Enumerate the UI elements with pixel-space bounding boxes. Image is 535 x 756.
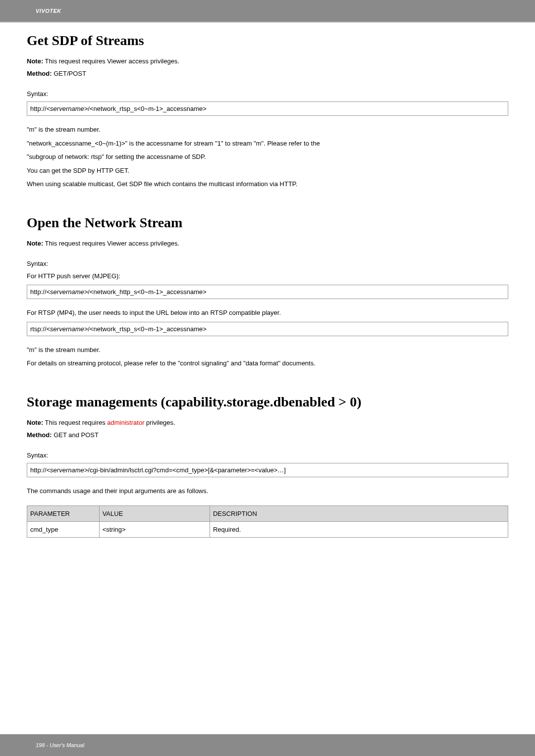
cell-value: <string> bbox=[99, 522, 210, 538]
body-text: You can get the SDP by HTTP GET. bbox=[27, 166, 508, 176]
footer-text: 198 - User's Manual bbox=[36, 742, 84, 748]
syntax-cell: rtsp://<servername>/<network_rtsp_s<0~m-… bbox=[27, 322, 508, 336]
syntax-server: <servername> bbox=[47, 288, 88, 296]
syntax-suffix: /<network_http_s<0~m-1>_accessname> bbox=[88, 288, 207, 296]
note-text-1: This request requires bbox=[43, 419, 107, 426]
syntax-suffix: /<network_rtsp_s<0~m-1>_accessname> bbox=[88, 325, 207, 333]
syntax-label-3: Syntax: bbox=[27, 452, 508, 459]
syntax-cell: http://<servername>/<network_http_s<0~m-… bbox=[27, 285, 508, 299]
rtsp-label: For RTSP (MP4), the user needs to input … bbox=[27, 308, 508, 318]
syntax-box-1: http://<servername>/<network_rtsp_s<0~m-… bbox=[27, 101, 508, 116]
syntax-suffix: /cgi-bin/admin/lsctrl.cgi?cmd=<cmd_type>… bbox=[88, 466, 286, 474]
syntax-suffix: /<network_rtsp_s<0~m-1>_accessname> bbox=[88, 105, 207, 112]
syntax-prefix: http:// bbox=[30, 105, 47, 112]
syntax-box-rtsp: rtsp://<servername>/<network_rtsp_s<0~m-… bbox=[27, 322, 508, 336]
syntax-server: <servername> bbox=[47, 325, 88, 333]
cell-param: cmd_type bbox=[27, 522, 100, 538]
cell-desc: Required. bbox=[210, 522, 508, 538]
syntax-prefix: http:// bbox=[30, 466, 47, 474]
http-label: For HTTP push server (MJPEG): bbox=[27, 271, 508, 281]
method-line-3: Method: GET and POST bbox=[27, 431, 508, 439]
body-text: "subgroup of network: rtsp" for setting … bbox=[27, 152, 508, 162]
syntax-box-3: http://<servername>/cgi-bin/admin/lsctrl… bbox=[27, 463, 508, 477]
note-label: Note: bbox=[27, 57, 43, 65]
note-label: Note: bbox=[27, 240, 43, 247]
syntax-prefix: rtsp:// bbox=[30, 325, 47, 333]
section-title-2: Open the Network Stream bbox=[27, 215, 508, 231]
method-label: Method: bbox=[27, 70, 52, 77]
footer-bar: 198 - User's Manual bbox=[0, 734, 535, 756]
header-parameter: PARAMETER bbox=[27, 506, 100, 522]
body-text: "m" is the stream number. bbox=[27, 125, 508, 135]
syntax-label-1: Syntax: bbox=[27, 90, 508, 98]
method-label: Method: bbox=[27, 431, 52, 439]
document-page: VIVOTEK Get SDP of Streams Note: This re… bbox=[0, 0, 535, 756]
header-bar: VIVOTEK bbox=[0, 0, 535, 22]
note-text-2: privileges. bbox=[144, 419, 175, 426]
syntax-box-http: http://<servername>/<network_http_s<0~m-… bbox=[27, 285, 508, 299]
brand-label: VIVOTEK bbox=[36, 8, 61, 14]
syntax-cell: http://<servername>/cgi-bin/admin/lsctrl… bbox=[27, 463, 508, 477]
method-text: GET and POST bbox=[52, 431, 99, 439]
method-line-1: Method: GET/POST bbox=[27, 70, 508, 77]
body-text: "network_accessname_<0~(m-1)>" is the ac… bbox=[27, 139, 508, 149]
syntax-prefix: http:// bbox=[30, 288, 47, 296]
note-line-3: Note: This request requires administrato… bbox=[27, 419, 508, 426]
table-row: cmd_type <string> Required. bbox=[27, 522, 508, 538]
header-value: VALUE bbox=[99, 506, 210, 522]
table-header-row: PARAMETER VALUE DESCRIPTION bbox=[27, 506, 508, 522]
method-text: GET/POST bbox=[52, 70, 86, 77]
syntax-cell: http://<servername>/<network_rtsp_s<0~m-… bbox=[27, 102, 508, 116]
param-table: PARAMETER VALUE DESCRIPTION cmd_type <st… bbox=[27, 505, 508, 538]
note-red: administrator bbox=[107, 419, 144, 426]
body-text: The commands usage and their input argum… bbox=[27, 486, 508, 496]
note-line-2: Note: This request requires Viewer acces… bbox=[27, 240, 508, 247]
content-area: Get SDP of Streams Note: This request re… bbox=[0, 23, 535, 553]
body-text: For details on streaming protocol, pleas… bbox=[27, 358, 508, 368]
note-label: Note: bbox=[27, 419, 43, 426]
note-text: This request requires Viewer access priv… bbox=[43, 57, 179, 65]
section-title-3: Storage managements (capability.storage.… bbox=[27, 394, 508, 410]
body-text: When using scalable multicast, Get SDP f… bbox=[27, 179, 508, 189]
syntax-label-2: Syntax: bbox=[27, 260, 508, 267]
note-line-1: Note: This request requires Viewer acces… bbox=[27, 57, 508, 65]
header-description: DESCRIPTION bbox=[210, 506, 508, 522]
section-title-1: Get SDP of Streams bbox=[27, 33, 508, 49]
syntax-server: <servername> bbox=[47, 105, 88, 112]
body-text: "m" is the stream number. bbox=[27, 345, 508, 355]
note-text: This request requires Viewer access priv… bbox=[43, 240, 179, 247]
syntax-server: <servername> bbox=[47, 466, 88, 474]
